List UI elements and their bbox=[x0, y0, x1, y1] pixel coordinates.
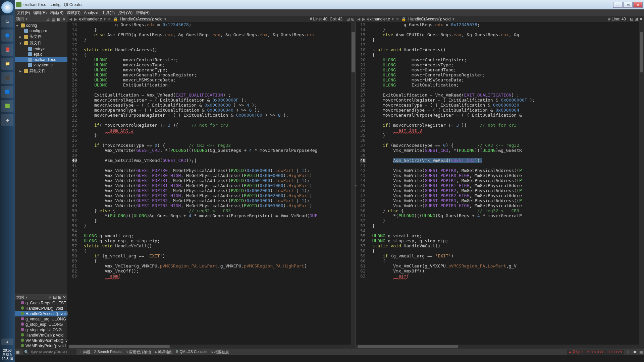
right-file-name[interactable]: exithandler.c bbox=[367, 17, 390, 21]
outline-pane-header: 大纲 ▾ ⇄ ▤ ⊞ ✕ bbox=[15, 294, 67, 300]
bottom-tab[interactable]: 2Search Results bbox=[94, 350, 122, 355]
windows-taskbar: 🗂 🔵 📕 📁 ⬛ 🟦 🟩 ◆ ▲ 20:56 星期五 19.3.16 bbox=[0, 0, 15, 362]
tree-item[interactable]: entry.c bbox=[15, 46, 67, 52]
close-pane-icon[interactable]: ✕ bbox=[63, 295, 66, 300]
tree-item[interactable]: ▸头文件 bbox=[15, 34, 67, 40]
outline-item[interactable]: g_stop_eip: ULONG bbox=[15, 327, 67, 333]
left-code[interactable]: g_GuestRegs.edx = 0x12345678; } else Asm… bbox=[83, 22, 351, 345]
outline-item[interactable]: g_vmcall_arg: ULONG bbox=[15, 316, 67, 322]
taskbar-app-qtcreator[interactable]: 🟩 bbox=[1, 100, 13, 112]
right-code[interactable]: g_GuestRegs.edx = 0x12345678; } else Asm… bbox=[371, 22, 639, 345]
search-icon: 🔍 bbox=[24, 350, 29, 354]
maximize-button[interactable]: ▭ bbox=[623, 2, 633, 8]
split-h-icon[interactable]: ⊟ bbox=[630, 17, 633, 21]
minimize-button[interactable]: — bbox=[613, 2, 623, 8]
outline-item[interactable]: HandleCrAccess(): void bbox=[15, 311, 67, 316]
outline-item[interactable]: VMMEntryPoint(): void bbox=[15, 343, 67, 349]
editor-splitter: 1314151617181920212223242526272829303132… bbox=[68, 22, 644, 349]
close-file-icon[interactable]: ✕ bbox=[396, 17, 399, 21]
sync-icon[interactable]: ⇄ bbox=[46, 17, 50, 21]
taskbar-app-vm[interactable]: 🟦 bbox=[1, 86, 13, 98]
tree-item[interactable]: config.pro bbox=[15, 28, 67, 34]
bottom-bar: ▦ 🔍 Type to locate (Ctrl+K) 1问题2Search R… bbox=[15, 349, 644, 355]
bottom-tab[interactable]: 5QML/JS Console bbox=[176, 350, 207, 355]
rec-menu-icon[interactable]: ▤ bbox=[639, 350, 643, 354]
outline-item[interactable]: VMMEntryPointEbd(): void bbox=[15, 338, 67, 343]
taskbar-clock[interactable]: 20:56 星期五 19.3.16 bbox=[2, 347, 13, 362]
tree-item[interactable]: ▸其他文件 bbox=[15, 68, 67, 74]
bottom-tab[interactable]: 3应用程序输出 bbox=[126, 350, 151, 355]
sync-icon[interactable]: ⇄ bbox=[48, 295, 52, 300]
outline-list[interactable]: g_GuestRegs: GUEST_REGSHandleCPUID(): vo… bbox=[15, 300, 67, 349]
tree-item[interactable]: ▾源文件 bbox=[15, 40, 67, 46]
right-editor-tab: ◀ ▶ exithandler.c ▾ ✕ 🔒 HandleCrAccess()… bbox=[356, 16, 644, 22]
menu-item[interactable]: 帮助(H) bbox=[136, 10, 150, 16]
nav-back-icon[interactable]: ◀ bbox=[69, 17, 72, 21]
taskbar-app-pdf[interactable]: 📕 bbox=[1, 44, 13, 56]
close-file-icon[interactable]: ✕ bbox=[108, 17, 111, 21]
taskbar-app-inkscape[interactable]: ◆ bbox=[1, 114, 13, 126]
fold-column[interactable] bbox=[368, 22, 371, 345]
taskbar-app-chrome[interactable]: 🔵 bbox=[1, 29, 13, 42]
left-vscrollbar[interactable] bbox=[351, 22, 356, 345]
output-pane-toggle-icon[interactable]: ▦ bbox=[16, 350, 19, 354]
split-icon[interactable]: ⊞ bbox=[57, 17, 61, 21]
menu-item[interactable]: 调试(D) bbox=[67, 10, 80, 16]
outline-item[interactable]: HandleCPUID(): void bbox=[15, 306, 67, 311]
tree-item[interactable]: exithandler.c bbox=[15, 57, 67, 62]
bottom-tab[interactable]: 4编译输出 bbox=[155, 350, 173, 355]
window-titlebar: exithandler.c - config - Qt Creator — ▭ … bbox=[15, 0, 644, 9]
left-function-name[interactable]: HandleCrAccess(): void bbox=[120, 17, 162, 21]
close-button[interactable]: ✕ bbox=[633, 2, 643, 8]
split-h-icon[interactable]: ⊟ bbox=[346, 17, 350, 21]
outline-item[interactable]: g_GuestRegs: GUEST_REGS bbox=[15, 300, 67, 306]
start-button[interactable] bbox=[1, 1, 13, 13]
nav-fwd-icon[interactable]: ▶ bbox=[74, 17, 77, 21]
taskbar-app-files[interactable]: 📁 bbox=[1, 58, 13, 70]
tree-item[interactable]: ▾config bbox=[15, 23, 67, 28]
left-hscrollbar[interactable] bbox=[68, 345, 356, 349]
right-hscrollbar[interactable] bbox=[356, 345, 644, 349]
locator-input[interactable]: 🔍 Type to locate (Ctrl+K) bbox=[23, 349, 76, 355]
left-editor[interactable]: 1314151617181920212223242526272829303132… bbox=[68, 22, 356, 349]
taskbar-app-explorer[interactable]: 🗂 bbox=[1, 15, 13, 27]
menu-item[interactable]: 工具(T) bbox=[102, 10, 115, 16]
tree-item[interactable]: vtsystem.c bbox=[15, 62, 67, 68]
close-split-icon[interactable]: ✕ bbox=[639, 17, 643, 21]
left-file-name[interactable]: exithandler.c bbox=[79, 17, 102, 21]
menu-item[interactable]: 文件(F) bbox=[17, 10, 30, 16]
right-cursor-location: # Line: 40 bbox=[608, 17, 626, 21]
project-pane-header: 项目 ▾ ⇄ ▤ ⊞ ✕ bbox=[15, 16, 68, 22]
sidebar: ▾configconfig.pro▸头文件▾源文件entry.cept.cexi… bbox=[15, 22, 68, 349]
bottom-tab[interactable]: 1问题 bbox=[80, 350, 91, 355]
outline-item[interactable]: g_stop_esp: ULONG bbox=[15, 322, 67, 327]
left-gutter: 1314151617181920212223242526272829303132… bbox=[68, 22, 79, 345]
taskbar-app-terminal[interactable]: ⬛ bbox=[1, 72, 13, 84]
menu-item[interactable]: 控件(W) bbox=[118, 10, 132, 16]
nav-back-icon[interactable]: ◀ bbox=[357, 17, 360, 21]
project-tree[interactable]: ▾configconfig.pro▸头文件▾源文件entry.cept.cexi… bbox=[15, 22, 67, 294]
close-pane-icon[interactable]: ✕ bbox=[62, 17, 66, 21]
menu-item[interactable]: 编辑(E) bbox=[33, 10, 47, 16]
menu-item[interactable]: Analyze bbox=[84, 10, 98, 15]
taskbar-tray[interactable]: ▲ bbox=[1, 339, 13, 345]
rec-stop-icon[interactable]: ⏹ bbox=[633, 350, 637, 354]
right-function-name[interactable]: HandleCrAccess(): void bbox=[408, 17, 450, 21]
right-editor[interactable]: 1314151617181920212223242526272829303132… bbox=[356, 22, 644, 349]
fold-column[interactable] bbox=[79, 22, 83, 345]
menu-item[interactable]: 构建(B) bbox=[50, 10, 63, 16]
tree-item[interactable]: ept.c bbox=[15, 52, 67, 57]
project-header-label: 项目 bbox=[16, 16, 24, 22]
right-gutter: 1314151617181920212223242526272829303132… bbox=[356, 22, 368, 345]
outline-item[interactable]: HandleVmCall(): void bbox=[15, 333, 67, 338]
right-vscrollbar[interactable] bbox=[639, 22, 644, 345]
filter-icon[interactable]: ▤ bbox=[52, 17, 56, 21]
nav-fwd-icon[interactable]: ▶ bbox=[362, 17, 365, 21]
bottom-tab[interactable]: 6概要信息 bbox=[211, 350, 229, 355]
split-v-icon[interactable]: ⊞ bbox=[635, 17, 638, 21]
left-cursor-location: # Line: 40, Col: 43 bbox=[310, 17, 342, 21]
split-icon[interactable]: ⊞ bbox=[58, 295, 61, 300]
rec-pause-icon[interactable]: ⏸ bbox=[627, 350, 630, 354]
filter-icon[interactable]: ▤ bbox=[53, 295, 57, 300]
split-v-icon[interactable]: ⊞ bbox=[351, 17, 355, 21]
